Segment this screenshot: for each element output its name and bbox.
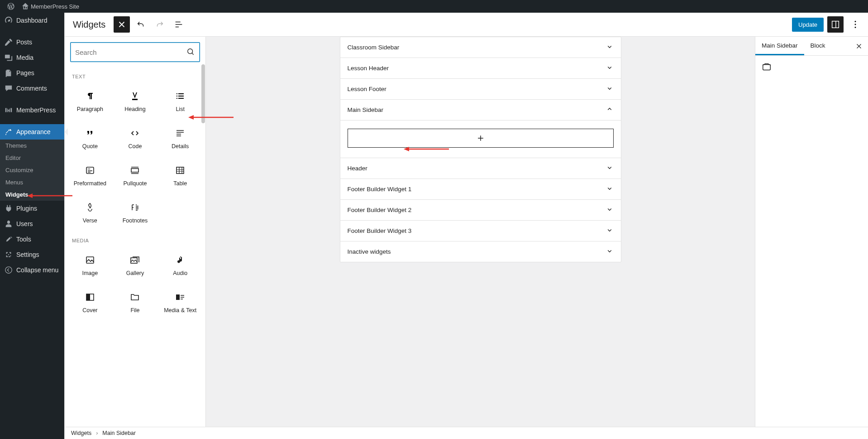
chevron-down-icon <box>606 247 614 256</box>
menu-collapse[interactable]: Collapse menu <box>0 262 64 278</box>
widget-area-label: Lesson Footer <box>348 86 386 92</box>
menu-users[interactable]: Users <box>0 216 64 232</box>
svg-rect-12 <box>176 167 184 174</box>
chevron-right-icon: › <box>96 430 98 436</box>
menu-pages[interactable]: Pages <box>0 65 64 81</box>
block-gallery[interactable]: Gallery <box>113 247 158 284</box>
breadcrumb-root[interactable]: Widgets <box>71 430 91 436</box>
block-file[interactable]: File <box>113 284 158 321</box>
close-inserter-button[interactable] <box>114 16 130 33</box>
svg-rect-11 <box>131 169 138 172</box>
menu-settings[interactable]: Settings <box>0 247 64 262</box>
breadcrumb-current[interactable]: Main Sidebar <box>102 430 136 436</box>
block-inserter-panel: TEXT Paragraph Heading List <box>65 37 206 427</box>
svg-point-4 <box>855 24 856 25</box>
widget-area-row[interactable]: Lesson Header <box>340 58 621 79</box>
chevron-up-icon <box>606 105 614 115</box>
menu-media[interactable]: Media <box>0 50 64 65</box>
block-footnotes[interactable]: Footnotes <box>113 194 158 232</box>
menu-memberpress[interactable]: MemberPress <box>0 102 64 118</box>
block-code[interactable]: Code <box>113 120 158 157</box>
widget-area-label: Footer Builder Widget 3 <box>348 227 412 234</box>
category-media: MEDIA <box>67 232 203 247</box>
block-details[interactable]: Details <box>157 120 203 157</box>
category-text: TEXT <box>67 68 203 83</box>
settings-panel: Main Sidebar Block <box>755 37 868 427</box>
menu-tools[interactable]: Tools <box>0 232 64 247</box>
search-input[interactable] <box>75 48 186 56</box>
block-audio[interactable]: Audio <box>157 247 203 284</box>
chevron-down-icon <box>606 205 614 215</box>
block-quote[interactable]: Quote <box>67 120 113 157</box>
chevron-down-icon <box>606 43 614 52</box>
widget-area-label: Classroom Sidebar <box>348 44 400 51</box>
widget-area-row[interactable]: Inactive widgets <box>340 241 621 262</box>
menu-appearance[interactable]: Appearance <box>0 124 64 140</box>
menu-comments[interactable]: Comments <box>0 81 64 96</box>
svg-point-6 <box>188 48 193 53</box>
svg-point-3 <box>855 21 856 22</box>
more-options-button[interactable] <box>847 16 863 33</box>
site-home-link[interactable]: MemberPress Site <box>18 0 83 13</box>
widget-area-label: Header <box>348 165 367 172</box>
site-name: MemberPress Site <box>31 3 79 10</box>
chevron-down-icon <box>606 164 614 173</box>
block-table[interactable]: Table <box>157 157 203 194</box>
chevron-down-icon <box>606 63 614 73</box>
block-preformatted[interactable]: Preformatted <box>67 157 113 194</box>
block-heading[interactable]: Heading <box>113 83 158 120</box>
page-title: Widgets <box>69 19 111 30</box>
widget-area-label: Footer Builder Widget 1 <box>348 186 412 193</box>
submenu-editor[interactable]: Editor <box>0 152 64 164</box>
wordpress-logo[interactable] <box>4 0 18 13</box>
block-verse[interactable]: Verse <box>67 194 113 232</box>
svg-rect-1 <box>832 21 839 28</box>
undo-button[interactable] <box>133 16 149 33</box>
list-view-button[interactable] <box>171 16 187 33</box>
widget-area-row[interactable]: Footer Builder Widget 1 <box>340 179 621 200</box>
widget-area-label: Footer Builder Widget 2 <box>348 207 412 213</box>
widget-area-row[interactable]: Classroom Sidebar <box>340 37 621 58</box>
widget-area-row[interactable]: Header <box>340 158 621 179</box>
widget-area-row[interactable]: Main Sidebar <box>340 100 621 121</box>
redo-button[interactable] <box>152 16 168 33</box>
svg-rect-7 <box>132 99 138 100</box>
menu-posts[interactable]: Posts <box>0 34 64 50</box>
widget-area-row[interactable]: Footer Builder Widget 3 <box>340 221 621 241</box>
widget-area-label: Main Sidebar <box>348 106 384 113</box>
chevron-down-icon <box>606 226 614 236</box>
tab-widget-area[interactable]: Main Sidebar <box>755 37 804 55</box>
svg-rect-13 <box>86 257 94 263</box>
submenu-widgets[interactable]: Widgets <box>0 188 64 201</box>
block-image[interactable]: Image <box>67 247 113 284</box>
admin-menu: Dashboard Posts Media Pages Comments Mem… <box>0 13 64 439</box>
submenu-customize[interactable]: Customize <box>0 164 64 176</box>
widget-area-icon <box>762 67 772 73</box>
svg-point-9 <box>88 169 89 169</box>
chevron-down-icon <box>606 84 614 94</box>
block-media-text[interactable]: Media & Text <box>157 284 203 321</box>
chevron-down-icon <box>606 184 614 194</box>
settings-toggle-button[interactable] <box>827 16 844 33</box>
svg-point-10 <box>89 169 90 169</box>
block-paragraph[interactable]: Paragraph <box>67 83 113 120</box>
svg-rect-18 <box>763 65 771 70</box>
svg-rect-17 <box>176 294 180 300</box>
block-pullquote[interactable]: Pullquote <box>113 157 158 194</box>
update-button[interactable]: Update <box>792 18 824 32</box>
block-cover[interactable]: Cover <box>67 284 113 321</box>
inserter-scrollbar[interactable] <box>201 63 205 427</box>
menu-plugins[interactable]: Plugins <box>0 201 64 216</box>
widget-area-row[interactable]: Lesson Footer <box>340 79 621 100</box>
menu-dashboard[interactable]: Dashboard <box>0 13 64 28</box>
widget-area-label: Lesson Header <box>348 65 389 72</box>
search-icon <box>186 47 195 58</box>
block-list[interactable]: List <box>157 83 203 120</box>
submenu-themes[interactable]: Themes <box>0 140 64 152</box>
close-settings-button[interactable] <box>850 42 868 50</box>
widget-area-row[interactable]: Footer Builder Widget 2 <box>340 200 621 221</box>
tab-block[interactable]: Block <box>804 37 832 55</box>
svg-point-0 <box>5 267 12 273</box>
add-block-button[interactable] <box>348 129 614 148</box>
submenu-menus[interactable]: Menus <box>0 176 64 188</box>
